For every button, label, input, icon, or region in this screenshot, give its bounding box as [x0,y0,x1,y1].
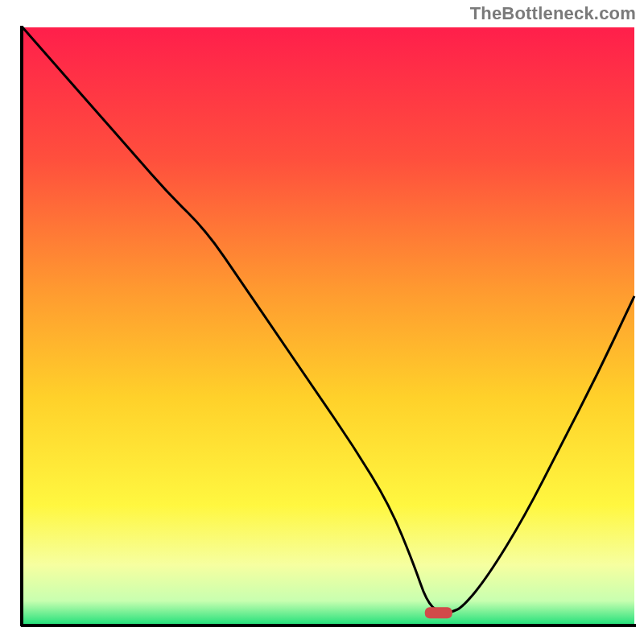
watermark-text: TheBottleneck.com [470,3,636,24]
bottleneck-chart [0,0,644,644]
optimal-marker [425,607,452,618]
plot-background [23,27,634,625]
